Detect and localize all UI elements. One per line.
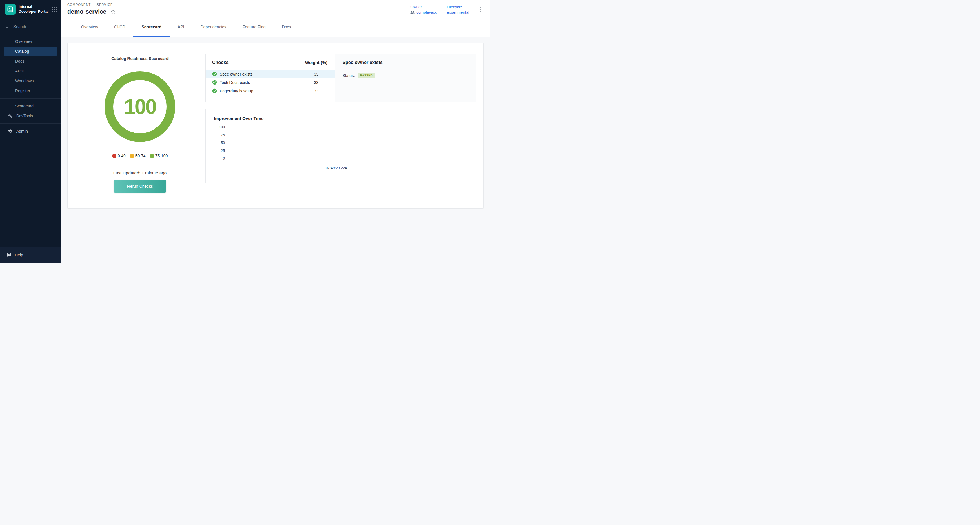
sidebar-item-label: Register: [15, 88, 30, 93]
checks-table-header: Checks Weight (%): [206, 54, 335, 70]
tab-feature-flag[interactable]: Feature Flag: [234, 18, 274, 37]
owner-value[interactable]: ccmplayacc: [410, 10, 437, 14]
legend-label: 75-100: [155, 154, 168, 158]
owner-label: Owner: [410, 5, 437, 9]
status-label: Status:: [342, 73, 355, 78]
legend-item-mid: 50-74: [130, 154, 146, 158]
sidebar-item-catalog[interactable]: Catalog: [4, 47, 57, 56]
sidebar-item-admin[interactable]: Admin: [0, 126, 61, 136]
help-icon: [6, 253, 11, 257]
check-detail-title: Spec owner exists: [342, 60, 469, 65]
legend-label: 50-74: [135, 154, 146, 158]
entity-header-left: COMPONENT — SERVICE demo-service: [67, 3, 116, 15]
help-label: Help: [15, 253, 23, 257]
sidebar-item-label: DevTools: [16, 114, 33, 118]
check-passed-icon: [212, 88, 217, 93]
more-options-icon[interactable]: [479, 6, 482, 13]
y-tick: 0: [215, 157, 225, 161]
page-title: demo-service: [67, 8, 107, 15]
check-label: Tech Docs exists: [220, 80, 250, 85]
sidebar-item-overview[interactable]: Overview: [0, 37, 61, 46]
legend-label: 0-49: [118, 154, 126, 158]
legend-item-low: 0-49: [112, 154, 126, 158]
check-label: Pagerduty is setup: [220, 89, 253, 93]
scorecard-heading: Catalog Readiness Scorecard: [111, 56, 169, 61]
sidebar-item-label: Docs: [15, 59, 24, 64]
last-updated-text: Last Updated: 1 minute ago: [113, 170, 167, 175]
y-tick: 50: [215, 141, 225, 145]
check-passed-icon: [212, 72, 217, 76]
check-passed-icon: [212, 80, 217, 85]
wrench-icon: [8, 114, 13, 118]
tab-content: Catalog Readiness Scorecard 100 0-49 50-…: [61, 37, 490, 262]
tab-docs[interactable]: Docs: [274, 18, 299, 37]
sidebar-item-docs[interactable]: Docs: [0, 56, 61, 66]
tab-label: Overview: [81, 25, 98, 29]
sidebar-item-apis[interactable]: APIs: [0, 66, 61, 76]
y-tick: 75: [215, 133, 225, 137]
sidebar-item-scorecard[interactable]: Scorecard: [0, 101, 61, 111]
sidebar-item-label: Catalog: [15, 49, 29, 54]
lifecycle-group: Lifecycle experimental: [447, 5, 469, 14]
sidebar-item-devtools[interactable]: DevTools: [0, 111, 61, 121]
sidebar-item-register[interactable]: Register: [0, 86, 61, 95]
check-weight: 33: [297, 89, 335, 93]
lifecycle-value: experimental: [447, 10, 469, 14]
status-badge: PASSED: [358, 73, 375, 78]
sidebar-item-label: APIs: [15, 68, 24, 73]
app-root: Internal Developer Portal Search Overvie…: [0, 0, 490, 262]
check-label: Spec owner exists: [220, 72, 253, 76]
favorite-star-icon[interactable]: [110, 9, 116, 15]
entity-header: COMPONENT — SERVICE demo-service Owner: [61, 0, 490, 18]
tab-cicd[interactable]: CI/CD: [106, 18, 133, 37]
sidebar-item-label: Workflows: [15, 78, 33, 83]
lifecycle-label: Lifecycle: [447, 5, 469, 9]
check-row-spec-owner[interactable]: Spec owner exists 33: [206, 70, 335, 78]
chart-plot-area: 100 75 50 25 0 07:49:29.224: [214, 126, 468, 175]
tab-label: API: [178, 25, 184, 29]
check-weight: 33: [297, 72, 335, 76]
gear-icon: [8, 129, 13, 134]
scorecard-details-section: Checks Weight (%): [205, 50, 476, 201]
scorecard-gauge-section: Catalog Readiness Scorecard 100 0-49 50-…: [75, 50, 205, 201]
check-detail-panel: Spec owner exists Status: PASSED: [335, 54, 476, 102]
tab-label: CI/CD: [114, 25, 125, 29]
checks-table: Checks Weight (%): [206, 54, 335, 102]
search-label: Search: [13, 24, 26, 29]
sidebar-logo-row: Internal Developer Portal: [0, 0, 61, 19]
tab-dependencies[interactable]: Dependencies: [192, 18, 235, 37]
chart-y-axis: 100 75 50 25 0: [215, 126, 225, 160]
tab-api[interactable]: API: [170, 18, 192, 37]
sidebar-item-label: Overview: [15, 39, 32, 44]
legend-item-high: 75-100: [150, 154, 168, 158]
improvement-chart-card: Improvement Over Time 100 75 50 25 0 07:…: [205, 109, 476, 183]
owner-link: ccmplayacc: [417, 10, 437, 14]
sidebar-item-workflows[interactable]: Workflows: [0, 76, 61, 86]
tab-label: Dependencies: [200, 25, 227, 29]
sidebar-nav: Overview Catalog Docs APIs Workflows Reg…: [0, 37, 61, 136]
breadcrumb: COMPONENT — SERVICE: [67, 3, 116, 6]
sidebar: Internal Developer Portal Search Overvie…: [0, 0, 61, 262]
score-value: 100: [124, 95, 156, 118]
checks-column-header: Checks: [212, 60, 297, 65]
chart-x-tick: 07:49:29.224: [326, 166, 347, 170]
search-icon: [5, 24, 10, 29]
tab-overview[interactable]: Overview: [73, 18, 106, 37]
sidebar-item-label: Scorecard: [15, 104, 33, 108]
entity-tabs: Overview CI/CD Scorecard API Dependencie…: [61, 18, 490, 37]
check-row-tech-docs[interactable]: Tech Docs exists 33: [206, 78, 335, 87]
sidebar-item-help[interactable]: Help: [0, 247, 61, 262]
tab-scorecard[interactable]: Scorecard: [133, 18, 169, 37]
tab-label: Scorecard: [142, 25, 161, 29]
y-tick: 25: [215, 149, 225, 153]
sidebar-search[interactable]: Search: [5, 24, 48, 32]
weight-column-header: Weight (%): [297, 60, 335, 65]
check-row-pagerduty[interactable]: Pagerduty is setup 33: [206, 87, 335, 95]
sidebar-divider: [0, 98, 61, 99]
check-weight: 33: [297, 80, 335, 85]
main-area: COMPONENT — SERVICE demo-service Owner: [61, 0, 490, 262]
y-tick: 100: [215, 126, 225, 129]
legend-dot-amber: [130, 154, 134, 158]
rerun-checks-button[interactable]: Rerun Checks: [114, 180, 166, 192]
apps-grid-icon[interactable]: [52, 7, 57, 12]
